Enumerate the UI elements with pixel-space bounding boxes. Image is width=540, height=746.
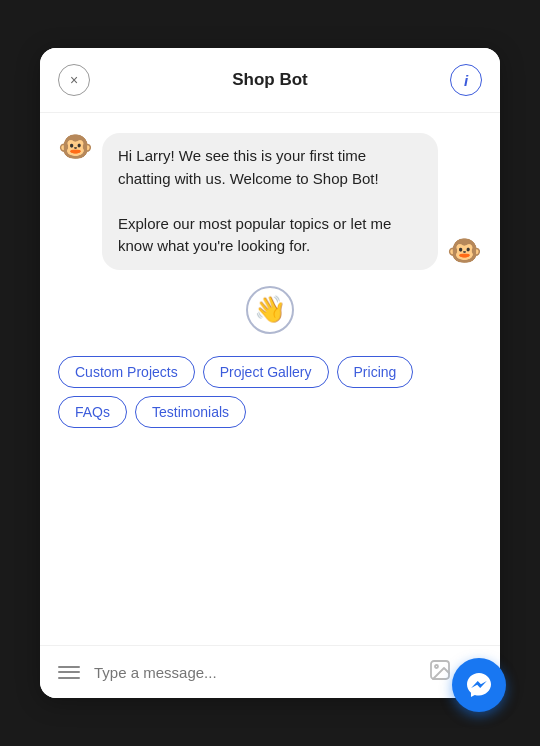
greeting-text: Hi Larry! We see this is your first time… [118, 147, 379, 187]
messenger-fab[interactable] [452, 658, 506, 712]
bot-avatar-left: 🐵 [58, 133, 94, 169]
wave-circle: 👋 [246, 286, 294, 334]
bot-avatar-right: 🐵 [446, 234, 482, 270]
chat-footer [40, 645, 500, 698]
info-button[interactable]: i [450, 64, 482, 96]
close-button[interactable]: × [58, 64, 90, 96]
explore-text: Explore our most popular topics or let m… [118, 215, 391, 255]
quick-replies: Custom Projects Project Gallery Pricing … [58, 350, 482, 432]
wave-emoji: 👋 [254, 294, 286, 325]
message-input[interactable] [94, 664, 418, 681]
bot-message-row: 🐵 Hi Larry! We see this is your first ti… [58, 133, 482, 270]
chat-body: 🐵 Hi Larry! We see this is your first ti… [40, 113, 500, 645]
image-icon[interactable] [428, 658, 452, 686]
quick-reply-pricing[interactable]: Pricing [337, 356, 414, 388]
svg-point-1 [435, 665, 438, 668]
quick-reply-project-gallery[interactable]: Project Gallery [203, 356, 329, 388]
chat-title: Shop Bot [232, 70, 308, 90]
chat-header: × Shop Bot i [40, 48, 500, 113]
wave-icon-container: 👋 [58, 286, 482, 334]
quick-reply-testimonials[interactable]: Testimonials [135, 396, 246, 428]
menu-icon[interactable] [54, 664, 84, 681]
chat-window: × Shop Bot i 🐵 Hi Larry! We see this is … [40, 48, 500, 698]
quick-reply-faqs[interactable]: FAQs [58, 396, 127, 428]
message-bubble: Hi Larry! We see this is your first time… [102, 133, 438, 270]
quick-reply-custom-projects[interactable]: Custom Projects [58, 356, 195, 388]
